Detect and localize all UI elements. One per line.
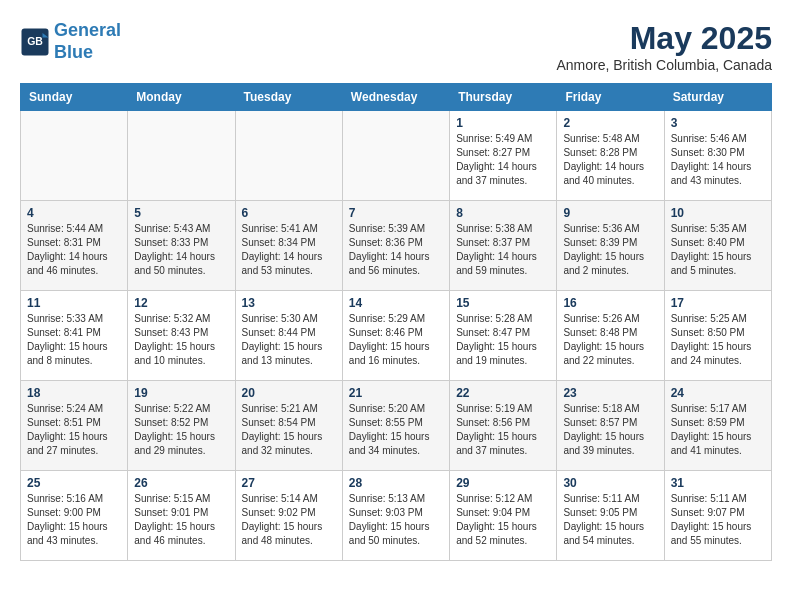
day-info: Sunrise: 5:15 AMSunset: 9:01 PMDaylight:… (134, 492, 228, 548)
month-title: May 2025 (556, 20, 772, 57)
logo-icon: GB (20, 27, 50, 57)
day-number: 3 (671, 116, 765, 130)
calendar-cell: 27Sunrise: 5:14 AMSunset: 9:02 PMDayligh… (235, 471, 342, 561)
calendar-cell: 28Sunrise: 5:13 AMSunset: 9:03 PMDayligh… (342, 471, 449, 561)
column-header-sunday: Sunday (21, 84, 128, 111)
calendar-table: SundayMondayTuesdayWednesdayThursdayFrid… (20, 83, 772, 561)
day-info: Sunrise: 5:16 AMSunset: 9:00 PMDaylight:… (27, 492, 121, 548)
day-info: Sunrise: 5:12 AMSunset: 9:04 PMDaylight:… (456, 492, 550, 548)
calendar-cell: 26Sunrise: 5:15 AMSunset: 9:01 PMDayligh… (128, 471, 235, 561)
calendar-cell (128, 111, 235, 201)
day-number: 28 (349, 476, 443, 490)
day-number: 6 (242, 206, 336, 220)
day-number: 27 (242, 476, 336, 490)
day-number: 8 (456, 206, 550, 220)
day-number: 16 (563, 296, 657, 310)
calendar-cell: 30Sunrise: 5:11 AMSunset: 9:05 PMDayligh… (557, 471, 664, 561)
calendar-cell: 2Sunrise: 5:48 AMSunset: 8:28 PMDaylight… (557, 111, 664, 201)
day-info: Sunrise: 5:11 AMSunset: 9:07 PMDaylight:… (671, 492, 765, 548)
calendar-week-row: 18Sunrise: 5:24 AMSunset: 8:51 PMDayligh… (21, 381, 772, 471)
day-number: 17 (671, 296, 765, 310)
calendar-cell: 11Sunrise: 5:33 AMSunset: 8:41 PMDayligh… (21, 291, 128, 381)
calendar-cell: 4Sunrise: 5:44 AMSunset: 8:31 PMDaylight… (21, 201, 128, 291)
day-number: 20 (242, 386, 336, 400)
day-info: Sunrise: 5:43 AMSunset: 8:33 PMDaylight:… (134, 222, 228, 278)
calendar-week-row: 11Sunrise: 5:33 AMSunset: 8:41 PMDayligh… (21, 291, 772, 381)
day-info: Sunrise: 5:24 AMSunset: 8:51 PMDaylight:… (27, 402, 121, 458)
day-info: Sunrise: 5:46 AMSunset: 8:30 PMDaylight:… (671, 132, 765, 188)
day-number: 2 (563, 116, 657, 130)
calendar-cell: 19Sunrise: 5:22 AMSunset: 8:52 PMDayligh… (128, 381, 235, 471)
calendar-cell: 17Sunrise: 5:25 AMSunset: 8:50 PMDayligh… (664, 291, 771, 381)
calendar-week-row: 25Sunrise: 5:16 AMSunset: 9:00 PMDayligh… (21, 471, 772, 561)
calendar-cell (235, 111, 342, 201)
calendar-cell: 12Sunrise: 5:32 AMSunset: 8:43 PMDayligh… (128, 291, 235, 381)
calendar-header-row: SundayMondayTuesdayWednesdayThursdayFrid… (21, 84, 772, 111)
location: Anmore, British Columbia, Canada (556, 57, 772, 73)
title-block: May 2025 Anmore, British Columbia, Canad… (556, 20, 772, 73)
day-number: 21 (349, 386, 443, 400)
column-header-friday: Friday (557, 84, 664, 111)
calendar-cell: 20Sunrise: 5:21 AMSunset: 8:54 PMDayligh… (235, 381, 342, 471)
day-number: 5 (134, 206, 228, 220)
day-number: 24 (671, 386, 765, 400)
logo-text: GeneralBlue (54, 20, 121, 63)
day-number: 4 (27, 206, 121, 220)
calendar-cell: 3Sunrise: 5:46 AMSunset: 8:30 PMDaylight… (664, 111, 771, 201)
calendar-cell: 1Sunrise: 5:49 AMSunset: 8:27 PMDaylight… (450, 111, 557, 201)
calendar-cell: 29Sunrise: 5:12 AMSunset: 9:04 PMDayligh… (450, 471, 557, 561)
day-number: 22 (456, 386, 550, 400)
calendar-cell (21, 111, 128, 201)
column-header-saturday: Saturday (664, 84, 771, 111)
svg-text:GB: GB (27, 35, 43, 47)
calendar-week-row: 4Sunrise: 5:44 AMSunset: 8:31 PMDaylight… (21, 201, 772, 291)
day-number: 9 (563, 206, 657, 220)
calendar-cell: 25Sunrise: 5:16 AMSunset: 9:00 PMDayligh… (21, 471, 128, 561)
calendar-week-row: 1Sunrise: 5:49 AMSunset: 8:27 PMDaylight… (21, 111, 772, 201)
column-header-tuesday: Tuesday (235, 84, 342, 111)
day-info: Sunrise: 5:30 AMSunset: 8:44 PMDaylight:… (242, 312, 336, 368)
calendar-cell: 13Sunrise: 5:30 AMSunset: 8:44 PMDayligh… (235, 291, 342, 381)
day-number: 10 (671, 206, 765, 220)
day-info: Sunrise: 5:20 AMSunset: 8:55 PMDaylight:… (349, 402, 443, 458)
day-info: Sunrise: 5:32 AMSunset: 8:43 PMDaylight:… (134, 312, 228, 368)
day-info: Sunrise: 5:33 AMSunset: 8:41 PMDaylight:… (27, 312, 121, 368)
day-number: 31 (671, 476, 765, 490)
day-info: Sunrise: 5:18 AMSunset: 8:57 PMDaylight:… (563, 402, 657, 458)
day-info: Sunrise: 5:17 AMSunset: 8:59 PMDaylight:… (671, 402, 765, 458)
day-info: Sunrise: 5:13 AMSunset: 9:03 PMDaylight:… (349, 492, 443, 548)
calendar-cell: 10Sunrise: 5:35 AMSunset: 8:40 PMDayligh… (664, 201, 771, 291)
day-info: Sunrise: 5:14 AMSunset: 9:02 PMDaylight:… (242, 492, 336, 548)
day-number: 15 (456, 296, 550, 310)
day-number: 13 (242, 296, 336, 310)
day-number: 11 (27, 296, 121, 310)
day-info: Sunrise: 5:36 AMSunset: 8:39 PMDaylight:… (563, 222, 657, 278)
calendar-cell: 18Sunrise: 5:24 AMSunset: 8:51 PMDayligh… (21, 381, 128, 471)
day-number: 26 (134, 476, 228, 490)
calendar-cell: 14Sunrise: 5:29 AMSunset: 8:46 PMDayligh… (342, 291, 449, 381)
calendar-cell: 21Sunrise: 5:20 AMSunset: 8:55 PMDayligh… (342, 381, 449, 471)
day-number: 14 (349, 296, 443, 310)
day-info: Sunrise: 5:11 AMSunset: 9:05 PMDaylight:… (563, 492, 657, 548)
day-info: Sunrise: 5:25 AMSunset: 8:50 PMDaylight:… (671, 312, 765, 368)
day-number: 25 (27, 476, 121, 490)
calendar-cell: 22Sunrise: 5:19 AMSunset: 8:56 PMDayligh… (450, 381, 557, 471)
calendar-cell: 23Sunrise: 5:18 AMSunset: 8:57 PMDayligh… (557, 381, 664, 471)
day-number: 29 (456, 476, 550, 490)
column-header-monday: Monday (128, 84, 235, 111)
day-info: Sunrise: 5:26 AMSunset: 8:48 PMDaylight:… (563, 312, 657, 368)
column-header-thursday: Thursday (450, 84, 557, 111)
column-header-wednesday: Wednesday (342, 84, 449, 111)
calendar-cell: 16Sunrise: 5:26 AMSunset: 8:48 PMDayligh… (557, 291, 664, 381)
calendar-cell: 8Sunrise: 5:38 AMSunset: 8:37 PMDaylight… (450, 201, 557, 291)
logo: GB GeneralBlue (20, 20, 121, 63)
calendar-cell: 9Sunrise: 5:36 AMSunset: 8:39 PMDaylight… (557, 201, 664, 291)
page-header: GB GeneralBlue May 2025 Anmore, British … (20, 20, 772, 73)
calendar-cell: 15Sunrise: 5:28 AMSunset: 8:47 PMDayligh… (450, 291, 557, 381)
day-info: Sunrise: 5:48 AMSunset: 8:28 PMDaylight:… (563, 132, 657, 188)
day-number: 12 (134, 296, 228, 310)
day-info: Sunrise: 5:28 AMSunset: 8:47 PMDaylight:… (456, 312, 550, 368)
calendar-cell: 5Sunrise: 5:43 AMSunset: 8:33 PMDaylight… (128, 201, 235, 291)
calendar-cell: 7Sunrise: 5:39 AMSunset: 8:36 PMDaylight… (342, 201, 449, 291)
day-info: Sunrise: 5:21 AMSunset: 8:54 PMDaylight:… (242, 402, 336, 458)
